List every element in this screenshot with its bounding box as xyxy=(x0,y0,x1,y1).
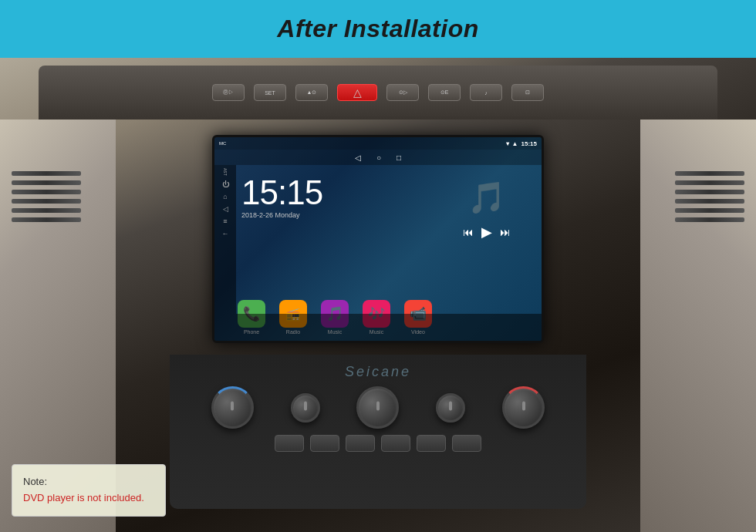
wifi-icon: ▾ xyxy=(506,140,509,147)
right-vent-strip-6 xyxy=(675,217,744,222)
page-title: After Installation xyxy=(277,15,478,43)
page-wrapper: After Installation ⓟ▷ SET ▲⊙ △ ⊙▷ ⊙E ♪ ⊡ xyxy=(0,0,756,532)
status-left: MC xyxy=(219,141,226,146)
play-button[interactable]: ▶ xyxy=(481,224,492,241)
home-side-icon[interactable]: ⌂ xyxy=(223,193,227,200)
vent-strip-6 xyxy=(12,217,81,222)
dash-btn-3: ▲⊙ xyxy=(295,84,328,101)
bottom-btn-5[interactable] xyxy=(417,435,446,452)
side-strip: AST ⏻ ⌂ ◁ ≡ ← xyxy=(214,165,236,314)
status-clock: 15:15 xyxy=(521,140,537,147)
vent-strip-1 xyxy=(12,171,81,176)
knob-center-right-small[interactable] xyxy=(436,393,465,423)
bottom-btn-2[interactable] xyxy=(310,435,339,452)
bottom-btn-1[interactable] xyxy=(275,435,304,452)
arrow-side-icon[interactable]: ← xyxy=(222,230,229,237)
date-display: 2018-2-26 Monday xyxy=(241,211,322,219)
screen-container: MC ▾ ▲ 15:15 ◁ ○ □ AST ⏻ xyxy=(212,135,544,343)
vent-strip-4 xyxy=(12,199,81,204)
screen-bottom-bar xyxy=(214,314,542,341)
bottom-btn-6[interactable] xyxy=(452,435,481,452)
knob-right[interactable] xyxy=(502,386,545,429)
right-vent-strip-1 xyxy=(675,171,744,176)
brand-name: Seicane xyxy=(170,355,586,380)
vent-strip-3 xyxy=(12,190,81,194)
power-icon[interactable]: ⏻ xyxy=(222,180,229,188)
music-controls: ⏮ ▶ ⏭ xyxy=(463,224,511,241)
recent-icon[interactable]: □ xyxy=(397,153,401,162)
date-value: 2018-2-26 xyxy=(241,211,273,219)
back-icon[interactable]: ◁ xyxy=(355,153,361,162)
note-overlay: Note: DVD player is not included. xyxy=(12,464,166,517)
prev-button[interactable]: ⏮ xyxy=(463,226,474,238)
main-image-area: ⓟ▷ SET ▲⊙ △ ⊙▷ ⊙E ♪ ⊡ MC ▾ ▲ 15:15 xyxy=(0,58,756,532)
vent-strip-2 xyxy=(12,180,81,185)
right-vent-strip-4 xyxy=(675,199,744,204)
time-display: 15:15 xyxy=(241,176,322,210)
knobs-row xyxy=(170,380,586,435)
music-note-icon: 🎵 xyxy=(467,180,506,216)
back-side-icon[interactable]: ◁ xyxy=(223,205,228,213)
knob-center[interactable] xyxy=(356,386,399,429)
dash-btn-1: ⓟ▷ xyxy=(212,84,245,101)
next-button[interactable]: ⏭ xyxy=(500,226,511,238)
bottom-btn-3[interactable] xyxy=(346,435,375,452)
dash-btn-2: SET xyxy=(254,84,286,101)
time-section: 15:15 2018-2-26 Monday xyxy=(241,176,322,219)
dash-btn-6: ♪ xyxy=(470,84,502,101)
menu-side-icon[interactable]: ≡ xyxy=(223,217,227,225)
dash-top-panel: ⓟ▷ SET ▲⊙ △ ⊙▷ ⊙E ♪ ⊡ xyxy=(39,66,717,120)
right-vent-strip-3 xyxy=(675,190,744,194)
day-value: Monday xyxy=(275,211,300,219)
small-buttons-row xyxy=(170,435,586,452)
note-label: Note: xyxy=(23,474,154,490)
header: After Installation xyxy=(0,0,756,58)
bottom-controls: Seicane xyxy=(170,355,586,509)
status-bar: MC ▾ ▲ 15:15 xyxy=(214,137,542,150)
screen-inner: MC ▾ ▲ 15:15 ◁ ○ □ AST ⏻ xyxy=(214,137,542,341)
bottom-btn-4[interactable] xyxy=(381,435,410,452)
music-section: 🎵 ⏮ ▶ ⏭ xyxy=(463,180,511,241)
status-right: ▾ ▲ 15:15 xyxy=(506,140,537,147)
left-vent xyxy=(12,150,81,243)
signal-icon: ▲ xyxy=(512,140,518,147)
home-icon[interactable]: ○ xyxy=(376,153,381,162)
dash-btn-hazard: △ xyxy=(337,84,377,101)
right-vent xyxy=(675,150,744,243)
dash-btn-7: ⊡ xyxy=(511,84,544,101)
side-strip-label-ast: AST xyxy=(223,168,228,176)
dash-btn-4: ⊙▷ xyxy=(386,84,419,101)
right-vent-strip-5 xyxy=(675,208,744,213)
vent-strip-5 xyxy=(12,208,81,213)
dash-btn-5: ⊙E xyxy=(428,84,461,101)
nav-bar: ◁ ○ □ xyxy=(214,150,542,165)
note-text: DVD player is not included. xyxy=(23,490,154,507)
status-mc: MC xyxy=(219,141,226,146)
knob-left[interactable] xyxy=(211,386,254,429)
right-vent-strip-2 xyxy=(675,180,744,185)
knob-center-small[interactable] xyxy=(291,393,320,423)
